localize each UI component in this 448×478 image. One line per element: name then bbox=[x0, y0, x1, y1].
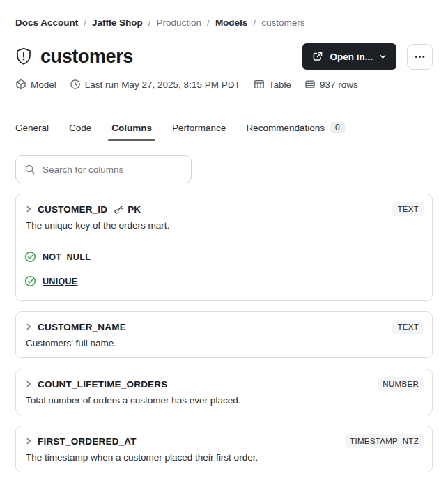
column-header[interactable]: CUSTOMER_NAME TEXT bbox=[16, 312, 432, 334]
meta-row-count: 937 rows bbox=[304, 79, 358, 90]
search-box bbox=[15, 155, 192, 183]
column-name: COUNT_LIFETIME_ORDERS bbox=[38, 379, 167, 390]
meta-row: Model Last run May 27, 2025, 8:15 PM PDT… bbox=[15, 79, 433, 90]
column-name: CUSTOMER_ID bbox=[38, 204, 107, 215]
tab-code[interactable]: Code bbox=[69, 123, 91, 141]
column-type-badge: NUMBER bbox=[378, 377, 424, 391]
column-list: CUSTOMER_ID PK TEXT The unique key of th… bbox=[15, 194, 433, 478]
breadcrumb: Docs Account / Jaffle Shop / Production … bbox=[15, 17, 433, 29]
meta-materialization: Table bbox=[254, 79, 291, 90]
check-circle-icon bbox=[24, 275, 36, 287]
open-in-label: Open in... bbox=[330, 52, 373, 62]
test-row: NOT_NULL bbox=[24, 245, 424, 269]
column-card: FIRST_ORDERED_AT TIMESTAMP_NTZ The times… bbox=[15, 426, 433, 472]
chevron-right-icon[interactable] bbox=[24, 380, 33, 388]
tab-recommendations[interactable]: Recommendations 0 bbox=[246, 122, 344, 141]
column-type-badge: TEXT bbox=[392, 202, 424, 216]
meta-row-count-label: 937 rows bbox=[320, 79, 358, 90]
model-detail-page: Docs Account / Jaffle Shop / Production … bbox=[0, 0, 448, 478]
ellipsis-icon bbox=[414, 51, 426, 63]
test-link[interactable]: UNIQUE bbox=[43, 277, 77, 286]
shield-alert-icon bbox=[15, 47, 32, 65]
open-in-button[interactable]: Open in... bbox=[302, 43, 396, 70]
tab-general[interactable]: General bbox=[15, 123, 49, 141]
breadcrumb-customers: customers bbox=[261, 17, 304, 29]
breadcrumb-separator: / bbox=[207, 17, 210, 29]
column-card: COUNT_LIFETIME_ORDERS NUMBER Total numbe… bbox=[15, 369, 433, 415]
tab-performance[interactable]: Performance bbox=[172, 123, 226, 141]
tab-code-label: Code bbox=[69, 123, 91, 133]
breadcrumb-separator: / bbox=[253, 17, 256, 29]
meta-model: Model bbox=[15, 79, 56, 90]
recommendations-count-badge: 0 bbox=[330, 122, 345, 133]
header-actions: Open in... bbox=[302, 43, 433, 70]
breadcrumb-jaffle-shop[interactable]: Jaffle Shop bbox=[92, 17, 143, 29]
key-icon bbox=[114, 204, 124, 215]
tab-general-label: General bbox=[15, 123, 49, 133]
meta-last-run-label: Last run May 27, 2025, 8:15 PM PDT bbox=[85, 79, 240, 90]
column-tests: NOT_NULL UNIQUE bbox=[16, 240, 432, 300]
meta-model-label: Model bbox=[31, 79, 56, 90]
chevron-right-icon[interactable] bbox=[24, 205, 33, 213]
external-link-icon bbox=[312, 51, 323, 62]
column-name: CUSTOMER_NAME bbox=[38, 322, 126, 332]
column-description: Total number of orders a customer has ev… bbox=[16, 391, 432, 415]
more-button[interactable] bbox=[407, 44, 433, 70]
breadcrumb-models[interactable]: Models bbox=[215, 17, 248, 29]
breadcrumb-docs-account[interactable]: Docs Account bbox=[15, 17, 78, 29]
primary-key-tag: PK bbox=[114, 204, 141, 215]
column-header[interactable]: FIRST_ORDERED_AT TIMESTAMP_NTZ bbox=[16, 426, 432, 448]
title-wrap: customers bbox=[15, 46, 133, 68]
tab-columns[interactable]: Columns bbox=[111, 123, 152, 141]
check-circle-icon bbox=[24, 251, 36, 263]
rows-icon bbox=[304, 79, 316, 90]
chevron-down-icon bbox=[379, 53, 387, 61]
breadcrumb-separator: / bbox=[148, 17, 151, 29]
pk-label: PK bbox=[128, 204, 141, 215]
chevron-right-icon[interactable] bbox=[24, 323, 33, 331]
column-type-badge: TIMESTAMP_NTZ bbox=[345, 434, 424, 448]
column-name: FIRST_ORDERED_AT bbox=[38, 436, 137, 447]
test-link[interactable]: NOT_NULL bbox=[43, 252, 91, 262]
page-header: customers Open in... bbox=[15, 43, 433, 70]
page-title: customers bbox=[40, 46, 133, 68]
meta-last-run: Last run May 27, 2025, 8:15 PM PDT bbox=[70, 79, 240, 90]
cube-icon bbox=[15, 79, 26, 90]
tab-bar: General Code Columns Performance Recomme… bbox=[15, 122, 433, 141]
test-row: UNIQUE bbox=[24, 269, 424, 293]
column-header[interactable]: COUNT_LIFETIME_ORDERS NUMBER bbox=[16, 369, 432, 391]
chevron-right-icon[interactable] bbox=[24, 437, 33, 445]
tab-columns-label: Columns bbox=[111, 123, 152, 133]
table-icon bbox=[254, 79, 265, 90]
column-card: CUSTOMER_NAME TEXT Customers' full name. bbox=[15, 311, 433, 358]
column-description: The timestamp when a customer placed the… bbox=[16, 448, 432, 472]
column-description: Customers' full name. bbox=[16, 334, 432, 357]
column-header[interactable]: CUSTOMER_ID PK TEXT bbox=[16, 194, 432, 216]
clock-icon bbox=[70, 79, 81, 90]
column-description: The unique key of the orders mart. bbox=[16, 216, 432, 240]
meta-materialization-label: Table bbox=[269, 79, 291, 90]
search-icon bbox=[24, 164, 36, 175]
breadcrumb-separator: / bbox=[84, 17, 86, 29]
column-card: CUSTOMER_ID PK TEXT The unique key of th… bbox=[15, 194, 433, 301]
tab-recommendations-label: Recommendations bbox=[246, 123, 325, 133]
search-input[interactable] bbox=[43, 164, 183, 175]
tab-performance-label: Performance bbox=[172, 123, 226, 133]
breadcrumb-production[interactable]: Production bbox=[157, 17, 202, 29]
column-type-badge: TEXT bbox=[392, 320, 424, 334]
